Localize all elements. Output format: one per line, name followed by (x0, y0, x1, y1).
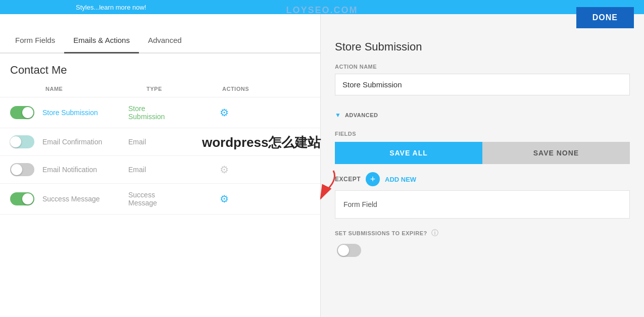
row-type-email-notification: Email (128, 166, 204, 174)
tab-form-fields[interactable]: Form Fields (6, 28, 64, 52)
toggle-expire[interactable] (337, 244, 361, 257)
col-header-name: NAME (45, 86, 146, 92)
row-type-store-submission: StoreSubmission (128, 104, 204, 121)
info-icon[interactable]: ⓘ (431, 229, 438, 238)
fields-label: FIELDS (335, 131, 630, 137)
gear-icon-store-submission[interactable]: ⚙ (220, 107, 229, 119)
gear-icon-email-notification[interactable]: ⚙ (220, 164, 229, 176)
toggle-email-confirmation[interactable] (10, 135, 34, 148)
row-actions-success-message: ⚙ (204, 193, 244, 205)
table-row: Email Notification Email ⚙ (0, 156, 320, 184)
row-actions-email-notification: ⚙ (204, 164, 244, 176)
set-expire-label: SET SUBMISSIONS TO EXPIRE? (335, 230, 427, 236)
toggle-success-message[interactable] (10, 192, 34, 205)
row-name-success-message[interactable]: Success Message (42, 195, 128, 203)
row-name-email-notification[interactable]: Email Notification (42, 166, 128, 174)
panel-title: Store Submission (335, 40, 630, 54)
row-actions-store-submission: ⚙ (204, 107, 244, 119)
row-type-success-message: SuccessMessage (128, 191, 204, 207)
toggle-knob (10, 136, 21, 147)
add-new-button[interactable]: + (366, 172, 380, 186)
row-name-email-confirmation[interactable]: Email Confirmation (42, 138, 128, 146)
toggle-knob (11, 164, 22, 175)
tab-emails-actions[interactable]: Emails & Actions (64, 28, 139, 52)
top-banner: Styles...learn more now! (0, 0, 644, 14)
toggle-email-notification[interactable] (10, 163, 34, 176)
done-button[interactable]: DONE (576, 7, 634, 28)
toggle-knob (22, 193, 33, 204)
tab-advanced[interactable]: Advanced (139, 28, 191, 52)
left-panel: Form Fields Emails & Actions Advanced Co… (0, 0, 321, 317)
except-label: EXCEPT (335, 176, 361, 183)
banner-text: Styles...learn more now! (76, 4, 146, 11)
table-header: NAME TYPE ACTIONS (0, 81, 320, 97)
col-header-actions: ACTIONS (222, 86, 273, 92)
tabs-bar: Form Fields Emails & Actions Advanced (0, 28, 320, 54)
table-row: Store Submission StoreSubmission ⚙ (0, 97, 320, 128)
advanced-section-header: ▼ ADVANCED (335, 105, 630, 125)
row-type-email-confirmation: Email (128, 138, 204, 146)
set-expire-row: SET SUBMISSIONS TO EXPIRE? ⓘ (335, 229, 630, 238)
action-name-input[interactable] (335, 74, 630, 95)
save-none-button[interactable]: SAVE NONE (482, 142, 630, 164)
table-row: Email Confirmation Email (0, 128, 320, 156)
chevron-down-icon: ▼ (335, 112, 341, 119)
col-header-type: TYPE (146, 86, 222, 92)
action-name-label: ACTION NAME (335, 64, 630, 70)
save-buttons-group: SAVE ALL SAVE NONE (335, 142, 630, 164)
right-panel: Store Submission ACTION NAME ▼ ADVANCED … (321, 0, 644, 317)
gear-icon-success-message[interactable]: ⚙ (220, 193, 229, 205)
section-title: Contact Me (0, 54, 320, 81)
toggle-knob (22, 107, 33, 118)
save-all-button[interactable]: SAVE ALL (335, 142, 482, 164)
advanced-label: ADVANCED (345, 112, 378, 118)
toggle-knob (338, 245, 349, 256)
form-field-text: Form Field (343, 200, 377, 208)
add-new-label[interactable]: ADD NEW (385, 176, 416, 183)
toggle-store-submission[interactable] (10, 106, 34, 119)
except-row: EXCEPT + ADD NEW (335, 172, 630, 186)
form-field-box: Form Field (335, 190, 630, 219)
row-name-store-submission[interactable]: Store Submission (42, 109, 128, 117)
table-row: Success Message SuccessMessage ⚙ (0, 184, 320, 215)
